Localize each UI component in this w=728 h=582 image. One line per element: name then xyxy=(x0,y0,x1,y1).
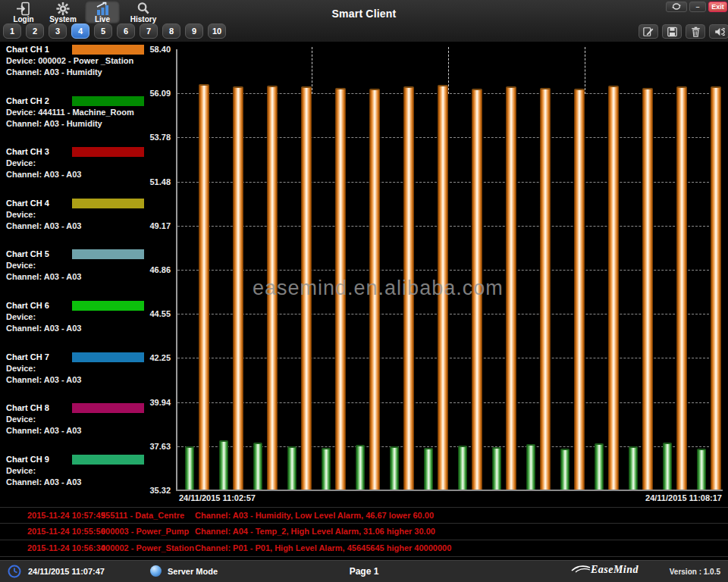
brand-name: EaseMind xyxy=(591,564,639,576)
legend-color-swatch xyxy=(72,301,144,311)
bar-ch2-14 xyxy=(663,443,672,490)
bar-ch2-0 xyxy=(185,446,194,490)
alarm-message: Channel: A04 - Temp_2, High Level Alarm,… xyxy=(195,527,435,536)
legend-device-line: Device: xyxy=(6,158,174,169)
trash-icon xyxy=(691,27,701,37)
tab-7[interactable]: 7 xyxy=(140,23,158,39)
legend-color-swatch xyxy=(72,403,144,413)
y-tick-label: 39.94 xyxy=(139,398,171,407)
horizontal-gridline xyxy=(177,226,720,227)
delete-button[interactable] xyxy=(686,24,705,39)
time-marker-gridline xyxy=(448,47,449,94)
legend-device-line: Device: 444111 - Machine_Room xyxy=(6,107,174,118)
legend-color-swatch xyxy=(72,147,144,157)
bar-ch2-11 xyxy=(560,449,570,490)
x-axis-line xyxy=(176,490,723,491)
alarm-message: Channel: P01 - P01, High Level Alarm, 45… xyxy=(195,543,451,552)
bar-ch2-4 xyxy=(322,448,331,490)
version-label: Version : 1.0.5 xyxy=(670,568,720,576)
bar-ch2-15 xyxy=(697,449,706,490)
status-bar: 24/11/2015 11:07:47 Server Mode Page 1 E… xyxy=(0,560,728,582)
y-tick-label: 51.48 xyxy=(139,177,171,186)
y-tick-label: 58.40 xyxy=(139,45,171,54)
bar-ch1-11 xyxy=(574,89,585,490)
alarm-device: 555111 - Data_Centre xyxy=(101,511,184,520)
y-tick-label: 42.25 xyxy=(139,353,171,362)
legend-color-swatch xyxy=(72,199,144,208)
bar-chart-plot xyxy=(176,49,722,490)
legend-channel-line: Channel: A03 - Humidity xyxy=(6,118,174,130)
speaker-icon xyxy=(714,27,725,37)
tab-5[interactable]: 5 xyxy=(94,23,112,39)
title-bar: Login System Live History Smart Client –… xyxy=(0,0,728,42)
legend-device-line: Device: xyxy=(6,465,174,477)
save-button[interactable] xyxy=(662,24,682,39)
horizontal-gridline xyxy=(177,314,720,314)
legend-color-swatch xyxy=(72,96,144,106)
exit-button[interactable]: Exit xyxy=(708,2,727,12)
legend-channel-line: Channel: A03 - Humidity xyxy=(6,67,174,78)
tab-2[interactable]: 2 xyxy=(26,23,44,39)
edit-page-icon xyxy=(642,27,654,37)
bar-ch1-12 xyxy=(608,86,619,490)
y-tick-label: 44.55 xyxy=(139,309,171,318)
x-axis-end-label: 24/11/2015 11:08:17 xyxy=(584,493,722,502)
legend-device-line: Device: xyxy=(6,363,174,374)
smart-client-window: Login System Live History Smart Client –… xyxy=(0,0,728,582)
legend-color-swatch xyxy=(72,249,144,259)
tab-4[interactable]: 4 xyxy=(71,23,89,39)
tab-1[interactable]: 1 xyxy=(3,23,21,39)
alarm-list: 2015-11-24 10:57:49555111 - Data_CentreC… xyxy=(0,507,728,557)
edit-button[interactable] xyxy=(639,24,658,39)
x-axis-start-label: 24/11/2015 11:02:57 xyxy=(179,493,256,502)
bar-ch1-10 xyxy=(540,88,551,490)
time-marker-gridline xyxy=(312,47,312,94)
alarm-row-3[interactable]: 2015-11-24 10:56:34000002 - Power_Statio… xyxy=(0,540,728,557)
legend-chart-ch-2: Chart CH 2Device: 444111 - Machine_RoomC… xyxy=(6,95,174,132)
tab-6[interactable]: 6 xyxy=(117,23,135,39)
tab-10[interactable]: 10 xyxy=(208,23,226,39)
app-title: Smart Client xyxy=(0,8,728,20)
legend-device-line: Device: xyxy=(6,414,174,425)
bar-ch1-14 xyxy=(676,86,687,490)
y-tick-label: 46.86 xyxy=(139,265,171,274)
y-tick-label: 35.32 xyxy=(139,486,171,495)
horizontal-gridline xyxy=(177,358,720,358)
alarm-row-2[interactable]: 2015-11-24 10:55:56000003 - Power_PumpCh… xyxy=(0,524,728,540)
tab-9[interactable]: 9 xyxy=(185,23,203,39)
minimize-button[interactable]: – xyxy=(689,2,706,12)
watermark-text: easemind.en.alibaba.com xyxy=(253,277,504,300)
alarm-device: 000003 - Power_Pump xyxy=(101,527,189,536)
legend-color-swatch xyxy=(72,45,144,55)
bar-ch2-9 xyxy=(492,447,501,490)
y-axis-line xyxy=(176,49,177,491)
time-marker-gridline xyxy=(585,47,585,94)
y-tick-label: 56.09 xyxy=(139,89,171,98)
horizontal-gridline xyxy=(177,270,720,271)
tab-8[interactable]: 8 xyxy=(162,23,180,39)
refresh-button[interactable] xyxy=(666,2,687,12)
bar-ch2-7 xyxy=(424,448,433,490)
legend-chart-ch-8: Chart CH 8Device:Channel: A03 - A03 xyxy=(6,402,174,439)
y-tick-label: 37.63 xyxy=(139,442,171,451)
bar-ch2-5 xyxy=(356,445,365,490)
bar-ch1-9 xyxy=(506,86,516,490)
legend-channel-line: Channel: A03 - A03 xyxy=(6,374,174,386)
legend-channel-line: Channel: A03 - A03 xyxy=(6,425,174,436)
bar-ch2-1 xyxy=(219,440,228,490)
bar-ch2-12 xyxy=(595,443,604,490)
brand-wing-icon xyxy=(571,565,591,575)
alarm-row-1[interactable]: 2015-11-24 10:57:49555111 - Data_CentreC… xyxy=(0,507,728,524)
horizontal-gridline xyxy=(177,402,720,403)
legend-device-line: Device: 000002 - Power _Station xyxy=(6,55,174,67)
refresh-icon xyxy=(671,2,682,11)
sound-button[interactable] xyxy=(709,24,728,39)
floppy-save-icon xyxy=(667,27,678,37)
alarm-device: 000002 - Power_Station xyxy=(101,543,194,552)
legend-channel-line: Channel: A03 - A03 xyxy=(6,323,174,334)
tab-3[interactable]: 3 xyxy=(49,23,67,39)
horizontal-gridline xyxy=(177,137,720,138)
y-tick-label: 53.78 xyxy=(139,133,171,142)
bar-ch2-6 xyxy=(390,446,399,490)
bar-ch2-10 xyxy=(526,444,535,490)
